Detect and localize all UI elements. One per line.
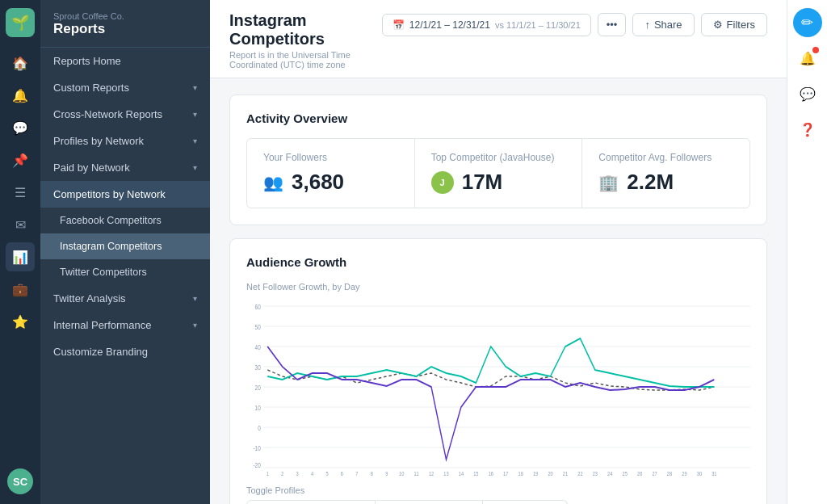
content-area: Activity Overview Your Followers 👥 3,680… <box>210 78 787 504</box>
svg-text:50: 50 <box>255 323 262 331</box>
legend-item-mysprout[interactable]: mysproutcoffee <box>376 500 483 504</box>
competitor-icon: J <box>431 171 454 194</box>
sidebar-item-internal-performance[interactable]: Internal Performance ▾ <box>40 312 210 338</box>
svg-text:19: 19 <box>533 470 538 476</box>
svg-text:26: 26 <box>637 470 642 476</box>
app-logo: 🌱 <box>6 8 35 37</box>
share-icon: ↑ <box>644 19 650 31</box>
audience-growth-title: Audience Growth <box>246 255 750 269</box>
page-title: Instagram Competitors <box>229 11 382 48</box>
user-avatar: SC <box>7 468 33 494</box>
nav-menu-icon[interactable]: ☰ <box>6 178 35 207</box>
nav-reports-icon[interactable]: 📊 <box>6 242 35 271</box>
sidebar-item-twitter-analysis[interactable]: Twitter Analysis ▾ <box>40 285 210 312</box>
legend-item-avg[interactable]: ↻ Competitor Average <box>246 500 376 504</box>
activity-overview-card: Activity Overview Your Followers 👥 3,680… <box>229 94 767 225</box>
more-options-button[interactable]: ••• <box>598 13 627 36</box>
chevron-icon: ▾ <box>193 321 197 330</box>
svg-text:13: 13 <box>443 470 448 476</box>
avg-followers-value: 🏢 2.2M <box>598 170 733 195</box>
followers-label: Your Followers <box>263 152 398 163</box>
svg-text:7: 7 <box>355 470 358 476</box>
legend-items: ↻ Competitor Average mysproutcoffee java… <box>246 500 750 504</box>
sidebar-title: Reports <box>53 21 197 37</box>
svg-text:28: 28 <box>667 470 672 476</box>
building-icon: 🏢 <box>598 173 619 192</box>
svg-text:17: 17 <box>503 470 508 476</box>
svg-text:20: 20 <box>548 470 552 476</box>
svg-text:20: 20 <box>255 384 262 392</box>
avg-followers-cell: Competitor Avg. Followers 🏢 2.2M <box>582 139 749 208</box>
compose-button[interactable]: ✏ <box>793 8 822 37</box>
date-range-button[interactable]: 📅 12/1/21 – 12/31/21 vs 11/1/21 – 11/30/… <box>382 14 591 36</box>
sidebar-item-reports-home[interactable]: Reports Home <box>40 48 210 74</box>
nav-avatar[interactable]: SC <box>6 467 35 496</box>
nav-home-icon[interactable]: 🏠 <box>6 48 35 78</box>
legend-item-javahouse[interactable]: javahouse <box>483 500 569 504</box>
top-competitor-label: Top Competitor (JavaHouse) <box>431 152 566 163</box>
sidebar-item-twitter-competitors[interactable]: Twitter Competitors <box>40 259 210 285</box>
sidebar-item-facebook-competitors[interactable]: Facebook Competitors <box>40 208 210 233</box>
svg-text:0: 0 <box>258 424 261 432</box>
svg-text:31: 31 <box>712 470 716 476</box>
nav-messages-icon[interactable]: 💬 <box>6 113 35 142</box>
svg-text:16: 16 <box>489 470 493 476</box>
svg-text:9: 9 <box>385 470 388 476</box>
sidebar-item-paid-by-network[interactable]: Paid by Network ▾ <box>40 154 210 181</box>
chart-label: Net Follower Growth, by Day <box>246 282 750 292</box>
activity-grid: Your Followers 👥 3,680 Top Competitor (J… <box>246 138 750 208</box>
nav-notifications-icon[interactable]: 🔔 <box>6 81 35 110</box>
page-subtitle: Report is in the Universal Time Coordina… <box>229 50 382 69</box>
svg-text:3: 3 <box>296 470 299 476</box>
legend-label: Toggle Profiles <box>246 485 750 495</box>
sidebar-org: Sprout Coffee Co. <box>53 11 197 21</box>
topbar-right: 📅 12/1/21 – 12/31/21 vs 11/1/21 – 11/30/… <box>382 13 767 36</box>
sidebar-item-custom-reports[interactable]: Custom Reports ▾ <box>40 74 210 101</box>
filters-button[interactable]: ⚙ Filters <box>701 13 767 36</box>
svg-text:27: 27 <box>652 470 657 476</box>
nav-star-icon[interactable]: ⭐ <box>6 307 35 336</box>
activity-overview-title: Activity Overview <box>246 111 750 125</box>
svg-text:30: 30 <box>697 470 702 476</box>
followers-cell: Your Followers 👥 3,680 <box>247 139 415 208</box>
nav-briefcase-icon[interactable]: 💼 <box>6 275 35 304</box>
svg-text:30: 30 <box>255 363 262 372</box>
sidebar-item-instagram-competitors[interactable]: Instagram Competitors <box>40 233 210 259</box>
chevron-icon: ▾ <box>193 83 197 92</box>
share-button[interactable]: ↑ Share <box>632 13 694 36</box>
svg-text:21: 21 <box>563 470 568 476</box>
svg-text:25: 25 <box>623 470 628 476</box>
right-rail: ✏ 🔔 💬 ❓ <box>787 0 827 504</box>
audience-growth-card: Audience Growth Net Follower Growth, by … <box>229 238 767 504</box>
avg-followers-label: Competitor Avg. Followers <box>598 152 733 163</box>
filters-icon: ⚙ <box>713 19 723 31</box>
sidebar-item-profiles-by-network[interactable]: Profiles by Network ▾ <box>40 128 210 154</box>
top-competitor-value: J 17M <box>431 170 566 195</box>
main-content: Instagram Competitors Report is in the U… <box>210 0 787 504</box>
svg-text:10: 10 <box>255 404 262 412</box>
svg-text:-20: -20 <box>253 461 261 469</box>
svg-text:1: 1 <box>267 470 269 476</box>
audience-growth-chart: 60 50 40 30 20 10 0 -10 -20 1 Dec 2 3 4 … <box>246 298 750 476</box>
svg-text:60: 60 <box>255 303 262 311</box>
svg-text:15: 15 <box>473 470 478 476</box>
sidebar-item-competitors-by-network[interactable]: Competitors by Network <box>40 181 210 208</box>
nav-send-icon[interactable]: ✉ <box>6 210 35 239</box>
svg-text:5: 5 <box>325 470 328 476</box>
chevron-icon: ▾ <box>193 136 197 145</box>
notifications-button[interactable]: 🔔 <box>793 44 822 73</box>
activity-button[interactable]: 💬 <box>793 79 822 108</box>
followers-icon: 👥 <box>263 173 283 192</box>
sidebar-item-customize-branding[interactable]: Customize Branding <box>40 338 210 365</box>
sidebar-item-cross-network[interactable]: Cross-Network Reports ▾ <box>40 101 210 128</box>
nav-tasks-icon[interactable]: 📌 <box>6 145 35 174</box>
top-competitor-cell: Top Competitor (JavaHouse) J 17M <box>415 139 583 208</box>
svg-text:-10: -10 <box>253 444 261 452</box>
chevron-icon: ▾ <box>193 163 197 172</box>
svg-text:2: 2 <box>281 470 283 476</box>
chevron-icon: ▾ <box>193 294 197 303</box>
help-button[interactable]: ❓ <box>793 115 822 144</box>
svg-text:14: 14 <box>459 470 464 476</box>
sidebar: Sprout Coffee Co. Reports Reports Home C… <box>40 0 210 504</box>
chevron-icon: ▾ <box>193 110 197 119</box>
